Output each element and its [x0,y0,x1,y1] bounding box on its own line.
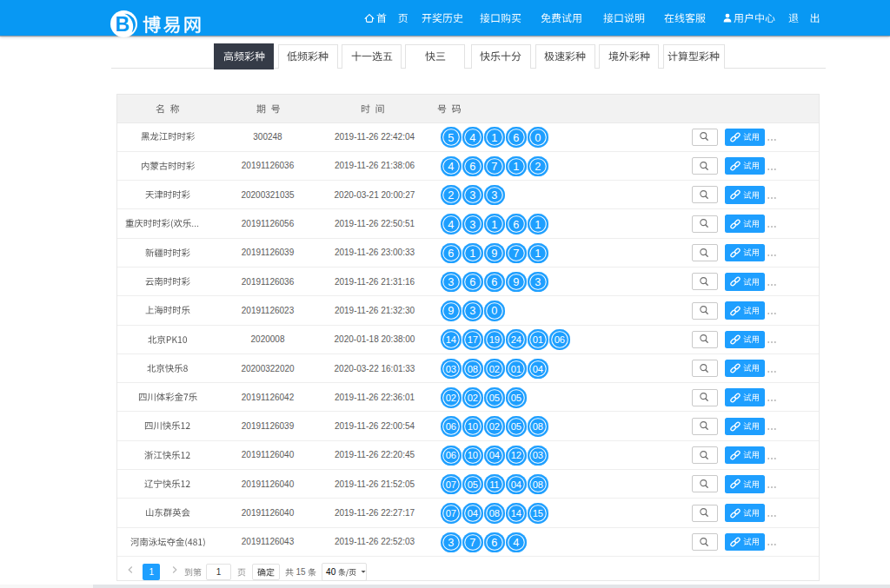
svg-text:B: B [115,13,130,36]
